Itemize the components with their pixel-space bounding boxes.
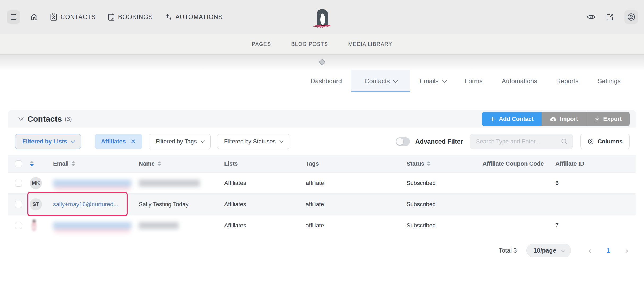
columns-button[interactable]: Columns	[580, 134, 630, 149]
sort-icon[interactable]	[427, 161, 431, 166]
redacted-name	[139, 222, 179, 229]
cell-affiliate-id: 6	[555, 180, 636, 187]
download-icon	[594, 116, 600, 122]
search-box	[470, 134, 573, 149]
col-affiliate-id: Affiliate ID	[555, 160, 584, 167]
external-link-icon[interactable]	[606, 13, 614, 21]
cell-status: Subscribed	[407, 201, 471, 208]
section-header: Contacts (3) Add Contact Import Export	[8, 110, 636, 128]
calendar-icon	[107, 13, 115, 21]
page-size-select[interactable]: 10/page	[526, 244, 571, 257]
filter-by-statuses-button[interactable]: Filtered by Statuses	[217, 134, 289, 149]
col-email[interactable]: Email	[53, 160, 69, 167]
search-input[interactable]	[476, 138, 561, 145]
site-subnav: PAGES BLOG POSTS MEDIA LIBRARY	[0, 34, 644, 54]
redacted-email	[53, 222, 131, 229]
col-lists: Lists	[224, 160, 238, 167]
tab-dashboard[interactable]: Dashboard	[301, 70, 351, 92]
email-link[interactable]: sally+may16@nurtured...	[53, 201, 118, 208]
topnav-automations[interactable]: AUTOMATIONS	[165, 13, 223, 21]
table-row[interactable]: ST sally+may16@nurtured... Sally Testing…	[8, 193, 636, 215]
select-all-checkbox[interactable]	[15, 160, 22, 167]
subnav-blog-posts[interactable]: BLOG POSTS	[291, 41, 328, 47]
topnav-automations-label: AUTOMATIONS	[176, 14, 223, 21]
pagination-bar: Total 3 10/page ‹ 1 ›	[8, 236, 636, 265]
sort-icon[interactable]	[71, 161, 75, 166]
chevron-down-icon	[393, 78, 398, 83]
col-affiliate-coupon: Affiliate Coupon Code	[483, 160, 544, 167]
cell-tags: affiliate	[306, 201, 407, 208]
cell-lists: Affiliates	[224, 222, 306, 229]
section-buttons: Add Contact Import Export	[482, 112, 630, 126]
export-button[interactable]: Export	[586, 112, 630, 126]
account-icon	[627, 13, 636, 21]
row-checkbox[interactable]	[15, 180, 22, 187]
contacts-panel: Contacts (3) Add Contact Import Export F…	[8, 110, 636, 265]
import-button[interactable]: Import	[542, 112, 586, 126]
plus-icon	[490, 116, 496, 122]
avatar: MK	[30, 177, 42, 189]
tab-reports[interactable]: Reports	[547, 70, 588, 92]
filter-right-group: Advanced Filter Columns	[396, 134, 630, 149]
chevron-down-icon	[561, 248, 565, 252]
home-icon[interactable]	[30, 13, 38, 21]
row-checkbox[interactable]	[15, 222, 22, 229]
prev-page-button[interactable]: ‹	[589, 246, 591, 254]
col-name[interactable]: Name	[139, 160, 155, 167]
total-count: Total 3	[499, 247, 517, 254]
add-contact-button[interactable]: Add Contact	[482, 112, 542, 126]
cell-status: Subscribed	[407, 222, 471, 229]
tab-settings[interactable]: Settings	[588, 70, 630, 92]
gear-icon	[587, 138, 594, 145]
filter-by-lists-button[interactable]: Filtered by Lists	[15, 134, 81, 149]
avatar	[30, 219, 39, 232]
topnav-contacts[interactable]: CONTACTS	[50, 13, 96, 21]
avatar: ST	[30, 198, 42, 210]
preview-eye-icon[interactable]	[587, 13, 596, 21]
cell-status: Subscribed	[407, 180, 471, 187]
subnav-media-library[interactable]: MEDIA LIBRARY	[348, 41, 392, 47]
current-page[interactable]: 1	[607, 247, 610, 254]
cell-lists: Affiliates	[224, 201, 306, 208]
row-checkbox[interactable]	[15, 201, 22, 208]
drag-handle-icon[interactable]	[319, 59, 325, 65]
advanced-filter-label: Advanced Filter	[415, 138, 463, 145]
tab-contacts[interactable]: Contacts	[351, 70, 410, 92]
table-header-row: Email Name Lists Tags Status Affiliate C…	[8, 155, 636, 172]
topnav-contacts-label: CONTACTS	[60, 14, 96, 21]
advanced-filter-toggle[interactable]	[396, 137, 410, 146]
contacts-count: (3)	[65, 116, 72, 122]
redacted-name	[139, 180, 200, 187]
topnav-bookings[interactable]: BOOKINGS	[107, 13, 153, 21]
cell-tags: affiliate	[306, 180, 407, 187]
affiliates-filter-chip[interactable]: Affiliates✕	[95, 134, 142, 149]
avatar-sort-control[interactable]	[30, 161, 34, 166]
col-tags: Tags	[306, 160, 319, 167]
menu-icon[interactable]	[7, 10, 20, 24]
redacted-email	[53, 180, 131, 187]
search-icon[interactable]	[561, 138, 568, 145]
subnav-pages[interactable]: PAGES	[252, 41, 271, 47]
filter-toolbar: Filtered by Lists Affiliates✕ Filtered b…	[8, 128, 636, 155]
topbar-right-icons	[587, 0, 638, 34]
collapse-chevron-icon[interactable]	[18, 115, 24, 121]
tab-forms[interactable]: Forms	[455, 70, 492, 92]
cell-lists: Affiliates	[224, 180, 306, 187]
tab-emails[interactable]: Emails	[410, 70, 455, 92]
divider-strip	[0, 54, 644, 70]
table-row[interactable]: Affiliates affiliate Subscribed 7	[8, 215, 636, 236]
table-row[interactable]: MK Affiliates affiliate Subscribed 6	[8, 172, 636, 193]
contact-name: Sally Testing Today	[139, 201, 189, 208]
page-title: Contacts	[27, 114, 62, 124]
next-page-button[interactable]: ›	[625, 246, 628, 254]
cell-affiliate-id: 7	[555, 222, 636, 229]
tab-automations[interactable]: Automations	[492, 70, 547, 92]
close-icon[interactable]: ✕	[131, 138, 136, 145]
col-status[interactable]: Status	[407, 160, 424, 167]
contacts-table: Email Name Lists Tags Status Affiliate C…	[8, 155, 636, 236]
chevron-down-icon	[279, 139, 284, 143]
cloud-upload-icon	[550, 116, 557, 122]
sort-icon[interactable]	[157, 161, 161, 166]
account-button[interactable]	[624, 10, 638, 24]
filter-by-tags-button[interactable]: Filtered by Tags	[149, 134, 211, 149]
